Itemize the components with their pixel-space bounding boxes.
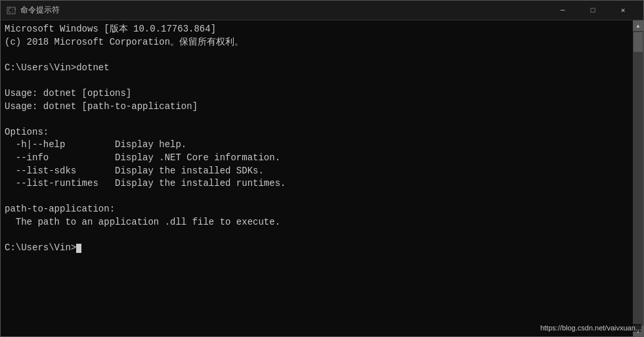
scrollbar-track[interactable] xyxy=(633,31,643,326)
close-button[interactable]: ✕ xyxy=(608,1,638,20)
minimize-button[interactable]: ─ xyxy=(547,1,578,20)
scroll-down-button[interactable]: ▼ xyxy=(633,326,643,336)
titlebar: C:\ 命令提示符 ─ □ ✕ xyxy=(1,1,643,20)
app-icon: C:\ xyxy=(6,5,16,16)
scrollbar-thumb[interactable] xyxy=(633,32,643,52)
terminal-output[interactable]: Microsoft Windows [版本 10.0.17763.864] (c… xyxy=(1,20,633,336)
svg-text:C:\: C:\ xyxy=(8,8,16,14)
terminal-cursor xyxy=(76,244,81,253)
maximize-button[interactable]: □ xyxy=(578,1,608,20)
cmd-window: C:\ 命令提示符 ─ □ ✕ Microsoft Windows [版本 10… xyxy=(0,0,644,337)
scroll-up-button[interactable]: ▲ xyxy=(633,20,643,31)
content-area: Microsoft Windows [版本 10.0.17763.864] (c… xyxy=(1,20,643,336)
window-title: 命令提示符 xyxy=(20,5,547,16)
window-controls: ─ □ ✕ xyxy=(547,1,638,20)
scrollbar[interactable]: ▲ ▼ xyxy=(633,20,643,336)
